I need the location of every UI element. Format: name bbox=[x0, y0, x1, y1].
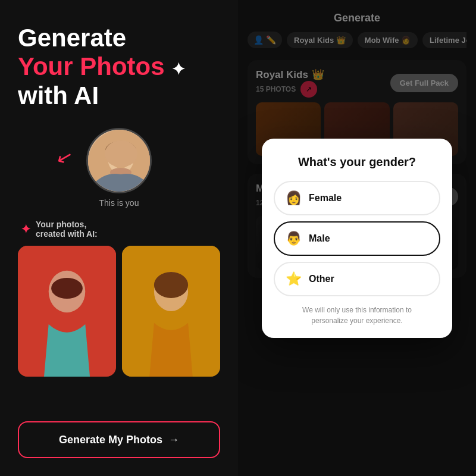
gender-male-option[interactable]: 👨 Male bbox=[274, 221, 440, 256]
modal-disclaimer: We will only use this information topers… bbox=[274, 305, 440, 326]
female-label: Female bbox=[309, 193, 342, 203]
ai-photo-2 bbox=[122, 246, 220, 377]
avatar-label: This is you bbox=[99, 198, 139, 208]
avatar-section: ↙ This is you bbox=[18, 128, 220, 208]
gender-other-option[interactable]: ⭐ Other bbox=[274, 262, 440, 296]
modal-title: What's your gender? bbox=[274, 155, 440, 169]
gender-modal: What's your gender? 👩 Female 👨 Male ⭐ Ot… bbox=[262, 139, 452, 338]
svg-point-3 bbox=[105, 141, 136, 160]
male-emoji: 👨 bbox=[286, 231, 302, 246]
ai-photos-grid bbox=[18, 246, 220, 409]
left-panel: Generate Your Photos ✦ with AI ↙ bbox=[0, 0, 238, 476]
svg-point-7 bbox=[51, 278, 83, 299]
modal-overlay: What's your gender? 👩 Female 👨 Male ⭐ Ot… bbox=[238, 0, 476, 476]
arrow-decoration: ↙ bbox=[54, 144, 76, 170]
gender-female-option[interactable]: 👩 Female bbox=[274, 181, 440, 215]
ai-photo-1 bbox=[18, 246, 116, 377]
svg-point-10 bbox=[154, 272, 188, 298]
main-title: Generate Your Photos ✦ with AI bbox=[18, 24, 220, 110]
other-label: Other bbox=[309, 274, 334, 284]
male-label: Male bbox=[309, 233, 330, 244]
female-emoji: 👩 bbox=[286, 190, 302, 206]
right-panel: Generate 👤 ✏️ Royal Kids 👑 Mob Wife 👩 Li… bbox=[238, 0, 476, 476]
generate-button[interactable]: Generate My Photos → bbox=[18, 421, 220, 458]
avatar-svg bbox=[88, 130, 152, 193]
star-icon: ✦ bbox=[21, 222, 31, 236]
created-label: ✦ Your photos, created with AI: bbox=[18, 220, 220, 239]
svg-point-2 bbox=[107, 142, 135, 163]
avatar bbox=[86, 128, 152, 193]
other-emoji: ⭐ bbox=[286, 271, 302, 287]
